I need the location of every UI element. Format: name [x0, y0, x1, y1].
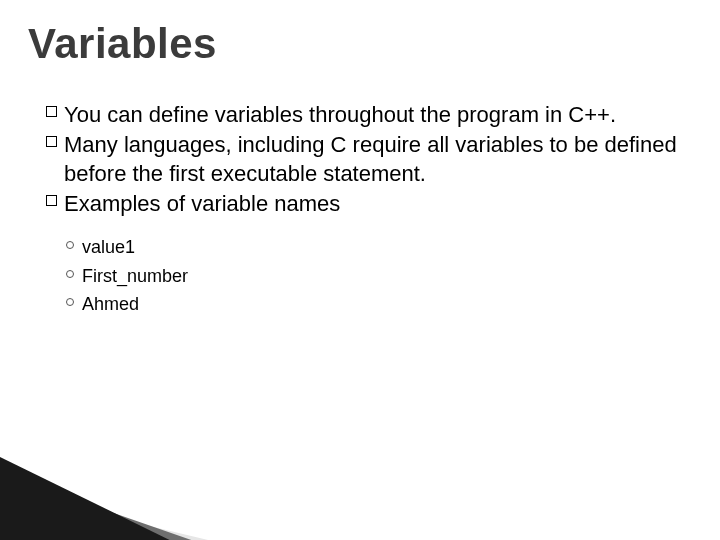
- square-bullet-icon: [46, 195, 57, 206]
- circle-bullet-icon: [66, 298, 74, 306]
- sub-item: First_number: [66, 262, 680, 291]
- slide-title: Variables: [28, 20, 217, 68]
- square-bullet-icon: [46, 106, 57, 117]
- bullet-item: You can define variables throughout the …: [46, 100, 680, 130]
- sub-item: value1: [66, 233, 680, 262]
- sub-item-text: value1: [82, 237, 135, 257]
- sub-item: Ahmed: [66, 290, 680, 319]
- slide: Variables You can define variables throu…: [0, 0, 720, 540]
- slide-body: You can define variables throughout the …: [46, 100, 680, 319]
- svg-marker-1: [0, 470, 220, 540]
- square-bullet-icon: [46, 136, 57, 147]
- bullet-item: Many languages, including C require all …: [46, 130, 680, 189]
- svg-marker-0: [0, 488, 250, 540]
- bullet-text: You can define variables throughout the …: [64, 102, 616, 127]
- bullet-item: Examples of variable names: [46, 189, 680, 219]
- corner-decoration-icon: [0, 430, 250, 540]
- circle-bullet-icon: [66, 241, 74, 249]
- sub-list: value1 First_number Ahmed: [66, 233, 680, 319]
- svg-marker-2: [0, 452, 190, 540]
- bullet-text: Many languages, including C require all …: [64, 132, 677, 187]
- bullet-text: Examples of variable names: [64, 191, 340, 216]
- sub-item-text: First_number: [82, 266, 188, 286]
- sub-item-text: Ahmed: [82, 294, 139, 314]
- circle-bullet-icon: [66, 270, 74, 278]
